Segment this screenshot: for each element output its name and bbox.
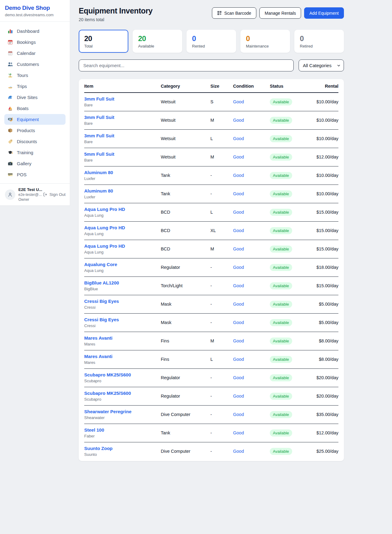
item-link[interactable]: 3mm Full Suit <box>84 96 161 101</box>
condition-link[interactable]: Good <box>233 154 244 159</box>
status-badge: Available <box>270 411 292 418</box>
item-link[interactable]: Aqua Lung Pro HD <box>84 243 161 249</box>
condition-link[interactable]: Good <box>233 210 244 215</box>
item-brand: Shearwater <box>84 415 161 420</box>
sidebar-item-label: Equipment <box>17 117 39 122</box>
stat-card-total[interactable]: 20 Total <box>79 30 128 53</box>
category-cell: Wetsuit <box>161 93 210 111</box>
sign-out-button[interactable]: Sign Out <box>43 192 66 197</box>
condition-link[interactable]: Good <box>233 412 244 417</box>
stat-card-available[interactable]: 20 Available <box>133 30 182 53</box>
size-cell: L <box>210 130 233 148</box>
item-link[interactable]: Aluminum 80 <box>84 170 161 175</box>
item-brand: Luxfer <box>84 195 161 199</box>
sidebar-item-discounts[interactable]: Discounts <box>4 136 66 147</box>
item-link[interactable]: Scubapro MK25/S600 <box>84 391 161 396</box>
sidebar-item-boats[interactable]: Boats <box>4 103 66 114</box>
condition-link[interactable]: Good <box>233 375 244 380</box>
item-link[interactable]: Aqualung Core <box>84 262 161 267</box>
column-header: Rental <box>313 79 338 93</box>
sidebar-header: Demo Dive Shop demo.test.divestreams.com <box>0 0 70 22</box>
sidebar-nav: Dashboard Bookings Calendar Customers To… <box>0 22 70 183</box>
bookings-icon <box>8 40 13 45</box>
size-cell: M <box>210 148 233 166</box>
rental-cell: $10.00/day <box>313 185 338 203</box>
condition-link[interactable]: Good <box>233 394 244 399</box>
condition-link[interactable]: Good <box>233 136 244 141</box>
item-link[interactable]: Suunto Zoop <box>84 446 161 451</box>
search-input[interactable] <box>79 59 294 71</box>
category-select[interactable]: All Categories <box>299 59 344 71</box>
item-brand: Aqua Lung <box>84 213 161 218</box>
item-link[interactable]: Steel 100 <box>84 427 161 433</box>
item-link[interactable]: Aluminum 80 <box>84 188 161 193</box>
sidebar-item-equipment[interactable]: Equipment <box>4 114 66 125</box>
sidebar-item-calendar[interactable]: Calendar <box>4 48 66 59</box>
category-cell: BCD <box>161 203 210 222</box>
condition-link[interactable]: Good <box>233 99 244 104</box>
sidebar-item-customers[interactable]: Customers <box>4 59 66 70</box>
condition-link[interactable]: Good <box>233 302 244 307</box>
rental-cell: $15.00/day <box>313 203 338 222</box>
add-equipment-button[interactable]: Add Equipment <box>304 7 344 19</box>
column-header: Item <box>84 79 161 93</box>
rental-cell: $15.00/day <box>313 222 338 240</box>
status-badge: Available <box>270 374 292 381</box>
stat-value: 0 <box>246 34 285 43</box>
sidebar-item-tours[interactable]: Tours <box>4 70 66 81</box>
condition-link[interactable]: Good <box>233 191 244 196</box>
page-header: Equipment Inventory 20 items total Scan … <box>79 6 344 22</box>
sidebar-item-pos[interactable]: POS <box>4 169 66 180</box>
item-link[interactable]: Aqua Lung Pro HD <box>84 207 161 212</box>
stat-card-maintenance[interactable]: 0 Maintenance <box>240 30 290 53</box>
products-icon <box>8 128 13 133</box>
column-header: Condition <box>233 79 270 93</box>
item-link[interactable]: Shearwater Peregrine <box>84 409 161 414</box>
item-link[interactable]: Aqua Lung Pro HD <box>84 225 161 230</box>
condition-link[interactable]: Good <box>233 320 244 325</box>
stat-card-retired[interactable]: 0 Retired <box>294 30 344 53</box>
condition-link[interactable]: Good <box>233 283 244 288</box>
sidebar-item-training[interactable]: Training <box>4 147 66 158</box>
item-link[interactable]: Cressi Big Eyes <box>84 299 161 304</box>
sidebar-item-dashboard[interactable]: Dashboard <box>4 26 66 36</box>
condition-link[interactable]: Good <box>233 338 244 343</box>
condition-link[interactable]: Good <box>233 265 244 270</box>
sidebar-item-label: Tours <box>17 73 28 78</box>
table-row: 5mm Full Suit Bare Wetsuit M Good Availa… <box>84 148 338 166</box>
sidebar-item-label: Dive Sites <box>17 95 38 100</box>
item-brand: Aqua Lung <box>84 231 161 236</box>
manage-rentals-button[interactable]: Manage Rentals <box>259 7 301 19</box>
item-link[interactable]: 3mm Full Suit <box>84 133 161 138</box>
sidebar-item-dive-sites[interactable]: Dive Sites <box>4 92 66 103</box>
stat-card-rented[interactable]: 0 Rented <box>187 30 236 53</box>
item-link[interactable]: Scubapro MK25/S600 <box>84 372 161 377</box>
condition-link[interactable]: Good <box>233 228 244 233</box>
condition-link[interactable]: Good <box>233 118 244 123</box>
category-cell: BCD <box>161 222 210 240</box>
sidebar-item-products[interactable]: Products <box>4 125 66 136</box>
sidebar-item-gallery[interactable]: Gallery <box>4 158 66 169</box>
item-link[interactable]: Cressi Big Eyes <box>84 317 161 322</box>
condition-link[interactable]: Good <box>233 430 244 435</box>
rental-cell: $10.00/day <box>313 93 338 111</box>
item-link[interactable]: 5mm Full Suit <box>84 151 161 157</box>
condition-link[interactable]: Good <box>233 173 244 178</box>
item-link[interactable]: Mares Avanti <box>84 335 161 341</box>
size-cell: L <box>210 203 233 222</box>
condition-link[interactable]: Good <box>233 357 244 362</box>
shop-name-link[interactable]: Demo Dive Shop <box>5 5 65 11</box>
sidebar-item-trips[interactable]: Trips <box>4 81 66 92</box>
size-cell: - <box>210 442 233 461</box>
item-brand: Faber <box>84 434 161 438</box>
sidebar-item-label: Discounts <box>17 139 37 144</box>
condition-link[interactable]: Good <box>233 449 244 454</box>
sidebar-item-bookings[interactable]: Bookings <box>4 37 66 48</box>
condition-link[interactable]: Good <box>233 246 244 251</box>
rental-cell: $10.00/day <box>313 166 338 185</box>
sidebar-item-label: Trips <box>17 84 27 89</box>
scan-barcode-button[interactable]: Scan Barcode <box>212 7 256 19</box>
item-link[interactable]: 3mm Full Suit <box>84 115 161 120</box>
item-link[interactable]: Mares Avanti <box>84 354 161 359</box>
item-link[interactable]: BigBlue AL1200 <box>84 280 161 285</box>
